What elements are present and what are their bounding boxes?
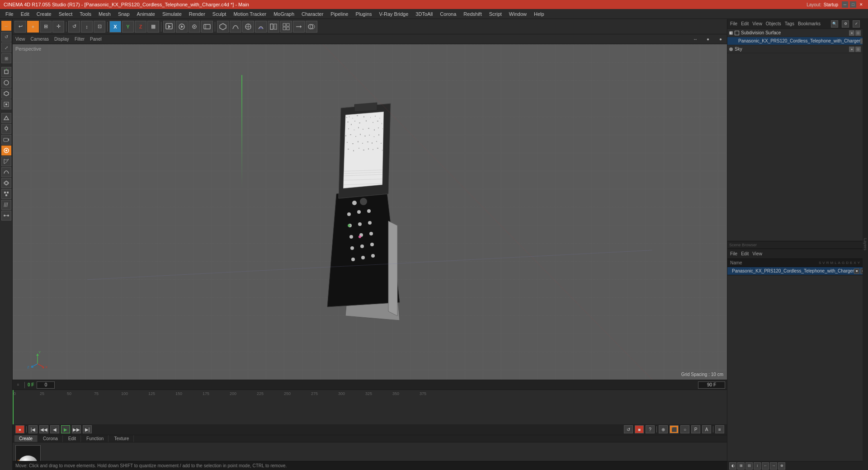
- menu-tools[interactable]: Tools: [76, 10, 95, 18]
- polygon-btn[interactable]: [217, 21, 229, 33]
- obj-render-icon[interactable]: ◎: [855, 30, 861, 36]
- panel-menu[interactable]: Panel: [90, 37, 102, 42]
- align-btn[interactable]: [293, 21, 305, 33]
- attr-file[interactable]: File: [730, 251, 737, 256]
- tab-edit[interactable]: Edit: [64, 435, 81, 442]
- menu-help[interactable]: Help: [530, 10, 548, 18]
- rbi-5[interactable]: ←: [762, 462, 769, 470]
- transform-tool-button[interactable]: ⊞: [1, 53, 11, 63]
- scale-tool-button[interactable]: ⤢: [1, 42, 11, 52]
- grid-btn[interactable]: [280, 21, 292, 33]
- display-menu[interactable]: Display: [54, 37, 69, 42]
- new-object-button[interactable]: +: [27, 21, 39, 33]
- obj-sky-v-icon[interactable]: ●: [849, 47, 854, 52]
- tab-create[interactable]: Create: [14, 435, 38, 442]
- camera-button[interactable]: [1, 135, 11, 145]
- maximize-button[interactable]: □: [850, 1, 856, 8]
- rp-bookmarks[interactable]: Bookmarks: [798, 21, 821, 26]
- all-axis-button[interactable]: ▦: [147, 21, 159, 33]
- material-thumbnail[interactable]: MAXON CINEMA4D: [15, 445, 41, 461]
- record-button[interactable]: ●: [15, 425, 24, 433]
- tab-corona[interactable]: Corona: [38, 435, 63, 442]
- mirror-btn[interactable]: [268, 21, 279, 33]
- stop-button[interactable]: ■: [635, 425, 644, 433]
- filter-menu[interactable]: Filter: [75, 37, 85, 42]
- render-btn[interactable]: [163, 21, 175, 33]
- render-settings-btn[interactable]: [189, 21, 200, 33]
- menu-file[interactable]: File: [2, 10, 17, 18]
- go-start-button[interactable]: |◀: [28, 425, 38, 433]
- menu-create[interactable]: Create: [33, 10, 55, 18]
- y-axis-button[interactable]: Y: [122, 21, 134, 33]
- deformer-button[interactable]: [1, 156, 11, 166]
- question-button[interactable]: ?: [646, 425, 655, 433]
- rp-edit[interactable]: Edit: [741, 21, 749, 26]
- obj-visible-icon[interactable]: ●: [849, 30, 854, 36]
- move-button[interactable]: ✛: [52, 21, 64, 33]
- menu-vray-bridge[interactable]: V-Ray Bridge: [376, 10, 412, 18]
- menu-animate[interactable]: Animate: [133, 10, 159, 18]
- render-view-button[interactable]: ⊡: [94, 21, 105, 33]
- scene-btn[interactable]: [201, 21, 213, 33]
- menu-edit[interactable]: Edit: [17, 10, 33, 18]
- obj-sky[interactable]: Sky ● ◎: [727, 45, 863, 53]
- play-back-button[interactable]: ◀: [50, 425, 59, 433]
- key-pos-button[interactable]: P: [691, 425, 700, 433]
- perspective-button[interactable]: [1, 113, 11, 123]
- rbi-2[interactable]: ⊞: [737, 462, 745, 470]
- mograph-btn[interactable]: [1, 189, 11, 199]
- scale-btn2[interactable]: ↕: [81, 21, 93, 33]
- subdivide-btn[interactable]: [242, 21, 254, 33]
- rp-view[interactable]: View: [752, 21, 762, 26]
- window-controls[interactable]: ─ □ ✕: [842, 1, 864, 8]
- obj-sky-r-icon[interactable]: ◎: [855, 47, 861, 52]
- attr-edit[interactable]: Edit: [741, 251, 749, 256]
- rp-search-icon[interactable]: 🔍: [831, 20, 838, 28]
- rotate-tool-button[interactable]: ↺: [1, 32, 11, 42]
- menu-mograph[interactable]: MoGraph: [270, 10, 298, 18]
- auto-key-button[interactable]: A: [702, 425, 711, 433]
- rbi-7[interactable]: ⊕: [778, 462, 785, 470]
- frame-input[interactable]: [37, 381, 55, 389]
- menu-3dtoall[interactable]: 3DToAll: [412, 10, 436, 18]
- attr-view[interactable]: View: [752, 251, 762, 256]
- xpresso-button[interactable]: [1, 211, 11, 221]
- menu-simulate[interactable]: Simulate: [159, 10, 185, 18]
- minimize-button[interactable]: ─: [842, 1, 848, 8]
- play-forward-button[interactable]: ▶: [61, 425, 70, 433]
- menu-pipeline[interactable]: Pipeline: [327, 10, 352, 18]
- rotate-btn2[interactable]: ↺: [68, 21, 80, 33]
- boole-btn[interactable]: [306, 21, 317, 33]
- rp-settings-icon[interactable]: ⚙: [842, 20, 849, 28]
- close-button[interactable]: ✕: [858, 1, 864, 8]
- menu-character[interactable]: Character: [298, 10, 327, 18]
- menu-plugins[interactable]: Plugins: [352, 10, 375, 18]
- rp-objects[interactable]: Objects: [766, 21, 781, 26]
- go-end-button[interactable]: ▶|: [83, 425, 92, 433]
- menu-sculpt[interactable]: Sculpt: [209, 10, 230, 18]
- x-axis-button[interactable]: X: [109, 21, 121, 33]
- more-options-button[interactable]: ≡: [715, 425, 724, 433]
- select-button[interactable]: ⊞: [40, 21, 52, 33]
- view-menu[interactable]: View: [15, 37, 25, 42]
- playback-btn[interactable]: [176, 21, 188, 33]
- menu-redshift[interactable]: Redshift: [460, 10, 485, 18]
- key-sel-button[interactable]: ○: [680, 425, 689, 433]
- rbi-6[interactable]: →: [770, 462, 777, 470]
- step-back-button[interactable]: ◀◀: [39, 425, 48, 433]
- edge-mode-button[interactable]: [1, 78, 11, 88]
- poly-mode-button[interactable]: [1, 89, 11, 99]
- loop-button[interactable]: ↺: [624, 425, 633, 433]
- viewport-fullscreen[interactable]: ●: [717, 36, 724, 43]
- menu-corona[interactable]: Corona: [436, 10, 460, 18]
- menu-window[interactable]: Window: [505, 10, 530, 18]
- menu-snap[interactable]: Snap: [114, 10, 133, 18]
- rp-file[interactable]: File: [730, 21, 737, 26]
- menu-motion-tracker[interactable]: Motion Tracker: [230, 10, 270, 18]
- nurbs-button[interactable]: [1, 178, 11, 188]
- menu-render[interactable]: Render: [185, 10, 209, 18]
- undo-button[interactable]: ↩: [14, 21, 26, 33]
- key-all-button[interactable]: ⊕: [659, 425, 668, 433]
- rbi-3[interactable]: ⊟: [745, 462, 753, 470]
- viewport-canvas[interactable]: Perspective: [13, 44, 727, 380]
